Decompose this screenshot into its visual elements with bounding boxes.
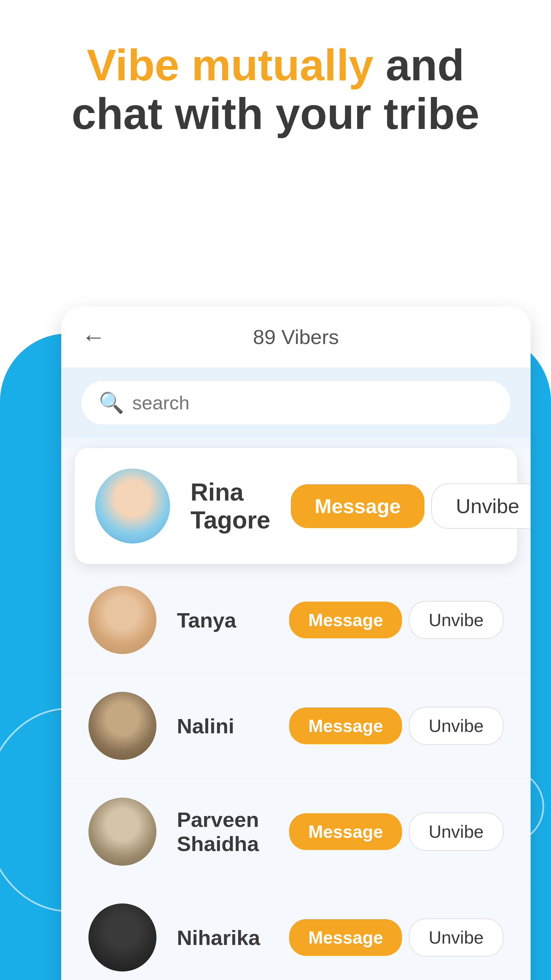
hero-line2: chat with your tribe [27,89,524,138]
unvibe-button[interactable]: Unvibe [409,601,503,639]
unvibe-button[interactable]: Unvibe [409,707,503,745]
list-item: Parveen Shaidha Message Unvibe [61,779,530,885]
message-button[interactable]: Message [289,813,402,850]
list-item: Niharika Message Unvibe [61,885,530,980]
panel-topbar: ← 89 Vibers [61,306,530,368]
list-item: Nalini Message Unvibe [61,673,530,779]
unvibe-button[interactable]: Unvibe [409,813,503,851]
search-icon: 🔍 [98,391,124,415]
hero-orange-text: Vibe mutually [87,40,373,90]
search-input[interactable] [132,392,493,414]
user-name-featured: Rina Tagore [191,478,270,534]
action-buttons: Message Unvibe [289,707,503,745]
user-name: Niharika [177,926,269,950]
avatar [89,586,156,654]
message-button[interactable]: Message [289,708,402,744]
panel-title: 89 Vibers [253,325,339,349]
list-item: Tanya Message Unvibe [61,567,530,673]
avatar [89,904,156,972]
user-name: Nalini [177,714,269,738]
hero-dark-text: and [386,40,464,90]
action-buttons: Message Unvibe [289,813,503,851]
hero-section: Vibe mutually and chat with your tribe [0,41,551,138]
message-button[interactable]: Message [289,919,402,956]
action-buttons: Message Unvibe [291,484,530,529]
main-panel: ← 89 Vibers 🔍 Rina Tagore Message Unvibe… [61,306,530,980]
avatar [95,469,170,543]
hero-line1: Vibe mutually and [27,41,524,89]
message-button[interactable]: Message [291,484,424,528]
unvibe-button[interactable]: Unvibe [431,484,530,529]
search-area: 🔍 [61,368,530,438]
user-card-featured: Rina Tagore Message Unvibe [75,448,517,564]
avatar [89,798,156,865]
back-button[interactable]: ← [82,323,105,350]
unvibe-button[interactable]: Unvibe [409,918,503,956]
avatar [89,692,156,760]
user-list: Rina Tagore Message Unvibe Tanya Message… [61,448,530,980]
user-name: Parveen Shaidha [177,808,269,856]
action-buttons: Message Unvibe [289,601,503,639]
search-bar: 🔍 [82,381,510,424]
message-button[interactable]: Message [289,601,402,638]
action-buttons: Message Unvibe [289,918,503,956]
user-name: Tanya [177,608,269,632]
